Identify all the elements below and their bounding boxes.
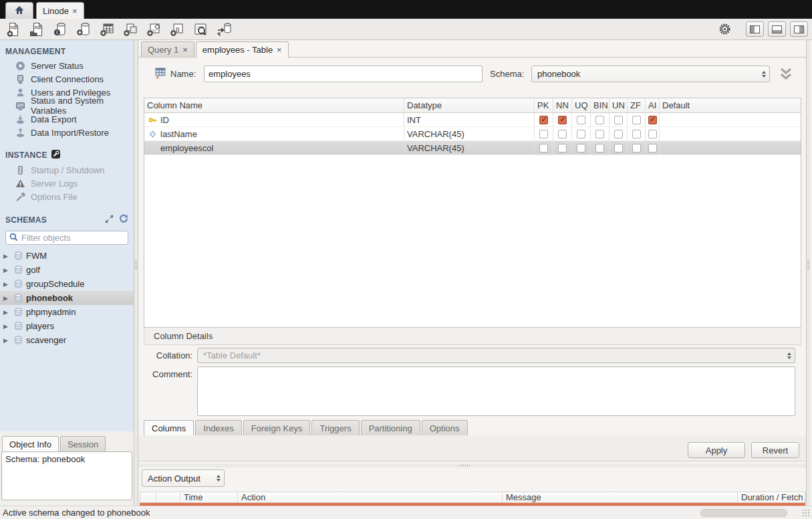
checkbox-bin[interactable] <box>595 144 604 152</box>
right-splitter[interactable] <box>806 40 811 506</box>
expander-icon[interactable]: ▶ <box>3 323 10 330</box>
tab-session[interactable]: Session <box>60 436 106 451</box>
output-header-message[interactable]: Message <box>503 492 738 502</box>
horizontal-scrollbar-thumb[interactable] <box>700 509 787 517</box>
sidebar-item-server-status[interactable]: Server Status <box>0 59 134 72</box>
subtab-indexes[interactable]: Indexes <box>195 420 242 435</box>
home-tab[interactable] <box>5 2 33 19</box>
apply-button[interactable]: Apply <box>688 442 745 458</box>
header-pk[interactable]: PK <box>535 98 553 112</box>
expand-schemas-icon[interactable] <box>105 215 114 225</box>
subtab-columns[interactable]: Columns <box>144 420 194 436</box>
column-row-lastname[interactable]: lastName VARCHAR(45) <box>144 127 801 141</box>
revert-button[interactable]: Revert <box>751 442 799 458</box>
sidebar-item-server-logs[interactable]: Server Logs <box>0 177 134 190</box>
checkbox-un[interactable] <box>614 144 623 152</box>
schema-inspector-icon[interactable]: i <box>51 20 70 39</box>
schema-filter-box[interactable] <box>5 231 128 245</box>
checkbox-pk[interactable] <box>539 130 548 138</box>
checkbox-ai[interactable] <box>648 130 657 138</box>
output-header-action[interactable]: Action <box>238 492 503 502</box>
header-datatype[interactable]: Datatype <box>404 98 535 112</box>
checkbox-uq[interactable] <box>577 116 585 124</box>
tab-object-info[interactable]: Object Info <box>2 436 59 451</box>
sidebar-item-client-connections[interactable]: Client Connections <box>0 72 134 86</box>
schema-tree-item-golf[interactable]: ▶ golf <box>0 263 134 277</box>
header-zf[interactable]: ZF <box>628 98 646 112</box>
toggle-right-sidebar-button[interactable] <box>790 21 808 37</box>
checkbox-pk[interactable] <box>539 144 548 152</box>
checkbox-un[interactable] <box>614 116 623 124</box>
column-row-employeescol[interactable]: employeescol VARCHAR(45) <box>144 141 801 155</box>
header-nn[interactable]: NN <box>553 98 572 112</box>
tab-query-1-close-icon[interactable]: × <box>182 45 188 54</box>
subtab-triggers[interactable]: Triggers <box>311 420 359 435</box>
tab-employees-table-close-icon[interactable]: × <box>277 45 282 54</box>
header-un[interactable]: UN <box>610 98 628 112</box>
subtab-partitioning[interactable]: Partitioning <box>361 420 420 435</box>
checkbox-uq[interactable] <box>577 130 585 138</box>
tab-employees-table[interactable]: employees - Table × <box>196 41 289 58</box>
schema-filter-input[interactable] <box>21 233 115 243</box>
schema-tree-item-phpmyadmin[interactable]: ▶ phpmyadmin <box>0 305 134 319</box>
expand-form-chevron-icon[interactable] <box>778 67 794 84</box>
checkbox-ai[interactable] <box>648 116 657 124</box>
reconnect-dbms-icon[interactable] <box>215 20 233 39</box>
header-bin[interactable]: BIN <box>591 98 610 112</box>
create-schema-icon[interactable] <box>74 20 93 39</box>
expander-icon[interactable]: ▶ <box>3 267 10 274</box>
subtab-foreign-keys[interactable]: Foreign Keys <box>243 420 311 435</box>
output-header-time[interactable]: Time <box>180 492 238 502</box>
sidebar-item-options-file[interactable]: Options File <box>0 190 134 203</box>
schema-tree-item-players[interactable]: ▶ players <box>0 319 134 333</box>
collation-select[interactable]: *Table Default* <box>197 348 795 363</box>
schema-tree-item-groupschedule[interactable]: ▶ groupSchedule <box>0 277 134 291</box>
table-name-input[interactable] <box>204 66 483 82</box>
subtab-options[interactable]: Options <box>422 420 468 435</box>
checkbox-un[interactable] <box>614 130 623 138</box>
search-objects-icon[interactable] <box>191 20 210 39</box>
output-splitter[interactable] <box>138 463 806 468</box>
header-uq[interactable]: UQ <box>572 98 591 112</box>
header-ai[interactable]: AI <box>646 98 660 112</box>
comment-textarea[interactable] <box>197 367 795 416</box>
schema-tree-item-scavenger[interactable]: ▶ scavenger <box>0 333 134 347</box>
checkbox-nn[interactable] <box>558 130 567 138</box>
connection-tab-close-icon[interactable]: × <box>72 7 78 15</box>
expander-icon[interactable]: ▶ <box>3 295 10 302</box>
toggle-output-area-button[interactable] <box>768 21 786 37</box>
checkbox-zf[interactable] <box>632 130 641 138</box>
refresh-schemas-icon[interactable] <box>119 214 128 225</box>
checkbox-nn[interactable] <box>558 116 567 124</box>
output-type-select[interactable]: Action Output <box>142 470 225 487</box>
expander-icon[interactable]: ▶ <box>3 337 10 344</box>
expander-icon[interactable]: ▶ <box>3 281 10 288</box>
checkbox-pk[interactable] <box>539 116 548 124</box>
header-column-name[interactable]: Column Name <box>144 98 404 112</box>
toggle-left-sidebar-button[interactable] <box>746 21 764 37</box>
checkbox-bin[interactable] <box>595 116 604 124</box>
create-routine-icon[interactable] <box>144 20 163 39</box>
checkbox-zf[interactable] <box>632 116 641 124</box>
expander-icon[interactable]: ▶ <box>3 253 10 260</box>
open-sql-script-icon[interactable]: SQL <box>27 20 46 39</box>
checkbox-ai[interactable] <box>648 144 657 152</box>
create-table-icon[interactable] <box>98 20 116 39</box>
create-view-icon[interactable] <box>121 20 140 39</box>
new-sql-tab-icon[interactable]: SQL <box>4 20 23 39</box>
sidebar-item-data-import[interactable]: Data Import/Restore <box>0 126 134 139</box>
schema-tree-item-phonebook[interactable]: ▶ phonebook <box>0 291 134 305</box>
create-function-icon[interactable]: () <box>168 20 186 39</box>
checkbox-bin[interactable] <box>595 130 604 138</box>
window-resize-grip[interactable] <box>803 510 811 518</box>
schema-tree-item-fwm[interactable]: ▶ FWM <box>0 249 134 263</box>
sidebar-item-startup-shutdown[interactable]: Startup / Shutdown <box>0 163 134 177</box>
header-default[interactable]: Default <box>660 98 801 112</box>
tab-query-1[interactable]: Query 1 × <box>141 41 194 57</box>
column-row-id[interactable]: ID INT <box>144 113 801 127</box>
sidebar-splitter[interactable] <box>134 40 138 506</box>
sidebar-item-status-system-variables[interactable]: Status and System Variables <box>0 99 134 112</box>
checkbox-zf[interactable] <box>632 144 641 152</box>
schema-select[interactable]: phonebook <box>531 66 770 82</box>
connection-tab[interactable]: Linode × <box>36 2 84 19</box>
